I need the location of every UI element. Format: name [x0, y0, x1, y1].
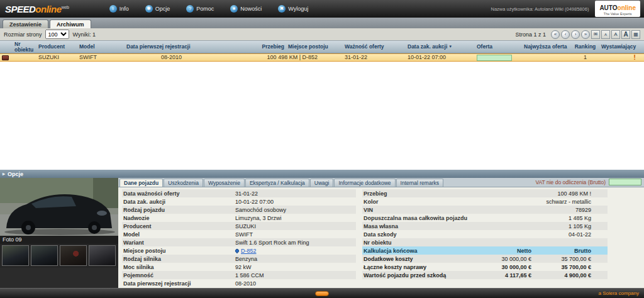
field-value: Benzyna — [235, 256, 355, 262]
col-header-data-zak-aukcji[interactable]: Data zak. aukcji ▼ — [406, 41, 475, 53]
field-row: Przebieg100 498 KM ! — [362, 189, 608, 197]
cell-waznosc-oferty: 31-01-22 — [343, 55, 406, 60]
field-label: Miejsce postoju — [123, 248, 235, 254]
first-page-button[interactable]: « — [551, 30, 560, 39]
col-header-miejsce-postoju[interactable]: Miejsce postoju — [286, 41, 343, 53]
cell-ranking: 1 — [571, 55, 599, 60]
field-row: Rodzaj pojazduSamochód osobowy — [122, 206, 356, 214]
field-row: ModelSWIFT — [122, 230, 356, 238]
nav-item-pomoc[interactable]: ? Pomoc — [186, 5, 214, 13]
photo-thumbnail-2[interactable] — [31, 245, 58, 266]
last-page-button[interactable]: » — [581, 30, 590, 39]
field-value: 10-01-22 07:00 — [235, 199, 355, 205]
calc-row-label: Łączne koszty naprawy — [364, 264, 462, 270]
field-label: Przebieg — [364, 190, 480, 197]
topbar: SPEEDonlineweb i Info ✱ Opcje ? Pomoc ★ … — [0, 0, 644, 18]
options-panel-header[interactable]: ▸ Opcje — [0, 170, 644, 178]
col-header-oferta[interactable]: Oferta — [475, 41, 522, 53]
col-header-wystawiajacy[interactable]: Wystawiający — [599, 41, 644, 53]
offer-input[interactable] — [477, 55, 512, 61]
vehicle-photo[interactable] — [0, 178, 118, 236]
field-label: Nadwozie — [123, 215, 235, 221]
tab-uwagi[interactable]: Uwagi — [310, 179, 334, 187]
font-medium-button[interactable]: A — [611, 30, 620, 39]
tab-dane-pojazdu[interactable]: Dane pojazdu — [119, 179, 163, 187]
grid-header-row: Nr obiektu Producent Model Data pierwsze… — [0, 41, 644, 53]
col-header-nr-obiektu[interactable]: Nr obiektu — [13, 41, 36, 53]
tab-informacje-dodatkowe[interactable]: Informacje dodatkowe — [334, 179, 395, 187]
field-row: WariantSwift 1.6 Sport Rock am Ring — [122, 238, 356, 246]
help-icon: ? — [186, 5, 194, 13]
field-label: Model — [123, 231, 235, 238]
main-tabstrip: Zestawienie Archiwum — [0, 18, 644, 28]
tab-ekspertyza-kalkulacja[interactable]: Ekspertyza / Kalkulacja — [245, 179, 309, 187]
nav-item-wyloguj[interactable]: ✖ Wyloguj — [278, 5, 308, 13]
field-value: SUZUKI — [235, 223, 355, 229]
col-header-icon — [0, 41, 13, 53]
photo-thumbnail-3[interactable] — [60, 245, 87, 266]
nav-item-info[interactable]: i Info — [109, 5, 129, 13]
nav-label-pomoc: Pomoc — [196, 6, 214, 12]
cell-wystawiajacy: ! — [599, 54, 644, 62]
logout-icon: ✖ — [278, 5, 286, 13]
fields-left-column: Data ważności oferty31-01-22 Data zak. a… — [122, 189, 356, 288]
field-value: 1 105 Kg — [480, 223, 606, 229]
vat-value-field[interactable] — [609, 179, 641, 185]
nav-item-opcje[interactable]: ✱ Opcje — [145, 5, 170, 13]
photo-caption: Foto 09 — [0, 236, 118, 244]
calc-netto-value: 30 000,00 € — [462, 256, 531, 262]
brand-online: online — [618, 4, 636, 11]
field-value: 04-01-22 — [480, 231, 606, 238]
field-row: NadwozieLimuzyna, 3 Drzwi — [122, 214, 356, 222]
col-header-data-rejestracji[interactable]: Data pierwszej rejestracji — [125, 41, 235, 53]
col-header-ranking[interactable]: Ranking — [571, 41, 599, 53]
col-header-przebieg[interactable]: Przebieg — [235, 41, 286, 53]
layout-button[interactable]: ▦ — [631, 30, 640, 39]
location-link[interactable]: D-852 — [241, 248, 257, 254]
field-label: Rodzaj silnika — [123, 256, 235, 262]
field-label: Producent — [123, 223, 235, 229]
field-label: Pojemność — [123, 272, 235, 279]
page-size-select[interactable]: 100 — [45, 30, 69, 39]
calc-brutto-value: 35 700,00 € — [531, 256, 606, 262]
tab-zestawienie[interactable]: Zestawienie — [3, 19, 48, 28]
col-header-najwyzsza-oferta[interactable]: Najwyższa oferta — [522, 41, 571, 53]
calc-title: Kalkulacja końcowa — [364, 248, 462, 254]
nav-item-nowosci[interactable]: ★ Nowości — [230, 5, 262, 13]
field-row: Rodzaj silnikaBenzyna — [122, 255, 356, 263]
field-row: Data szkody04-01-22 — [362, 230, 608, 238]
tab-wyposazenie[interactable]: Wyposażenie — [204, 179, 245, 187]
tab-internal-remarks[interactable]: Internal remarks — [396, 179, 443, 187]
details-panel: Foto 09 Dane pojazdu Uszkodzenia Wyposaż… — [0, 178, 644, 288]
field-row: Data zak. aukcji10-01-22 07:00 — [122, 197, 356, 206]
logo-speed: SPEED — [5, 4, 35, 14]
tab-archiwum[interactable]: Archiwum — [50, 19, 91, 28]
field-row: VIN78929 — [362, 206, 608, 214]
font-small-button[interactable]: A — [601, 30, 610, 39]
col-header-waznosc-oferty[interactable]: Ważność oferty — [343, 41, 406, 53]
col-header-model[interactable]: Model — [77, 41, 125, 53]
calc-row: Dodatkowe koszty 30 000,00 € 35 700,00 € — [362, 255, 608, 263]
field-value: Samochód osobowy — [235, 207, 355, 213]
font-large-button[interactable]: A — [621, 30, 630, 39]
prev-page-button[interactable]: ‹ — [561, 30, 570, 39]
calc-row: Wartość pojazdu przed szkodą 4 117,65 € … — [362, 271, 608, 279]
col-header-producent[interactable]: Producent — [36, 41, 77, 53]
print-button[interactable]: ✉ — [591, 30, 600, 39]
photo-thumbnail-1[interactable] — [2, 245, 29, 266]
calc-header-row: Kalkulacja końcowa Netto Brutto — [362, 246, 608, 255]
field-value: 1 485 Kg — [480, 215, 606, 221]
star-icon: ★ — [230, 5, 238, 13]
tab-uszkodzenia[interactable]: Uszkodzenia — [164, 179, 203, 187]
field-label: Wariant — [123, 240, 235, 246]
table-row[interactable]: SUZUKI SWIFT 08-2010 100 498 KM | D-852 … — [0, 53, 644, 62]
photo-thumbnail-4[interactable] — [89, 245, 116, 266]
field-row: Moc silnika92 kW — [122, 263, 356, 271]
page-info: Strona 1 z 1 — [515, 31, 546, 38]
photo-panel: Foto 09 — [0, 178, 118, 288]
next-page-button[interactable]: › — [571, 30, 580, 39]
info-icon: i — [109, 5, 117, 13]
page-size-label: Rozmiar strony — [4, 31, 42, 38]
cell-oferta — [475, 55, 522, 61]
nav-label-opcje: Opcje — [155, 6, 170, 12]
